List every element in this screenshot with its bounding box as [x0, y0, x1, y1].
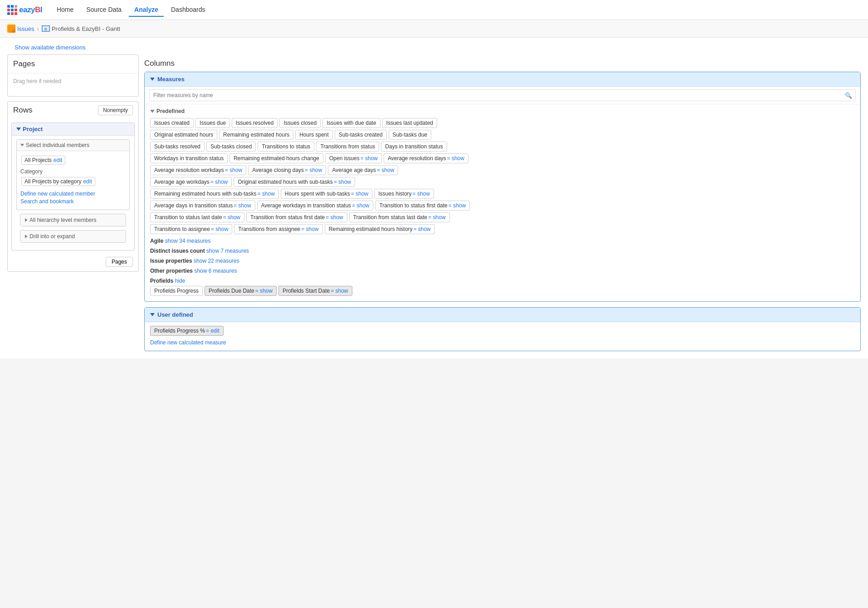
category-label: Category — [20, 168, 126, 175]
tag-remaining-estimated-hours[interactable]: Remaining estimated hours — [219, 130, 293, 140]
all-projects-edit[interactable]: edit — [54, 157, 62, 163]
breadcrumb-issues[interactable]: Issues — [7, 25, 34, 33]
predefined-row-2: Original estimated hours Remaining estim… — [150, 130, 855, 140]
distinct-show-link[interactable]: show 7 measures — [206, 248, 249, 254]
drill-label: Drill into or expand — [29, 233, 75, 240]
search-bookmark-link[interactable]: Search and bookmark — [20, 198, 126, 205]
pages-title: Pages — [8, 55, 138, 74]
filter-input[interactable] — [149, 89, 856, 101]
tag-profields-start-date[interactable]: Profields Start Date = show — [278, 286, 352, 296]
tag-subtasks-resolved[interactable]: Sub-tasks resolved — [150, 142, 205, 152]
tag-average-workdays-transition-status[interactable]: Average workdays in transition status = … — [257, 201, 374, 211]
tag-transitions-to-status[interactable]: Transitions to status — [258, 142, 314, 152]
predefined-header[interactable]: Predefined — [150, 108, 855, 114]
tag-issues-due[interactable]: Issues due — [195, 118, 230, 128]
predefined-collapse-icon — [150, 110, 155, 113]
predefined-row-3: Sub-tasks resolved Sub-tasks closed Tran… — [150, 142, 855, 152]
tag-open-issues[interactable]: Open issues = show — [325, 153, 382, 163]
hierarchy-header[interactable]: All hierarchy level members — [20, 214, 126, 226]
predefined-row-5: Average resolution workdays = show Avera… — [150, 165, 855, 175]
tag-transition-from-status-first-date[interactable]: Transition from status first date = show — [246, 212, 347, 222]
project-header[interactable]: Project — [12, 123, 134, 136]
group-other-properties: Other properties show 6 measures — [150, 268, 855, 274]
individual-members-collapse-icon — [20, 144, 24, 147]
rows-section: Rows Nonempty Project Select individual … — [7, 101, 139, 272]
nav-analyze[interactable]: Analyze — [129, 3, 164, 17]
define-new-link[interactable]: Define new calculated member — [20, 191, 126, 197]
tag-profields-progress[interactable]: Profields Progress — [150, 286, 203, 296]
tag-average-resolution-workdays[interactable]: Average resolution workdays = show — [150, 165, 246, 175]
search-icon: 🔍 — [845, 92, 852, 99]
all-projects-by-category-edit[interactable]: edit — [83, 178, 92, 185]
tag-issues-history[interactable]: Issues history = show — [374, 189, 434, 199]
tag-issues-last-updated[interactable]: Issues last updated — [382, 118, 437, 128]
tag-issues-with-due-date[interactable]: Issues with due date — [322, 118, 380, 128]
tag-subtasks-closed[interactable]: Sub-tasks closed — [206, 142, 256, 152]
user-defined-body: Profields Progress % = edit Define new c… — [145, 322, 860, 351]
tag-hours-spent[interactable]: Hours spent — [295, 130, 333, 140]
breadcrumb-separator: › — [37, 25, 39, 32]
issue-properties-show-link[interactable]: show 22 measures — [194, 258, 239, 264]
user-defined-collapse-icon — [150, 313, 155, 316]
tag-average-age-workdays[interactable]: Average age workdays = show — [150, 177, 232, 187]
other-properties-show-link[interactable]: show 6 measures — [194, 268, 237, 274]
tag-remaining-estimated-hours-change[interactable]: Remaining estimated hours change — [229, 153, 323, 163]
tag-average-closing-days[interactable]: Average closing days = show — [248, 165, 326, 175]
nav-home[interactable]: Home — [51, 3, 79, 17]
rows-header: Rows Nonempty — [8, 102, 138, 119]
project-collapse-icon — [16, 127, 21, 131]
user-defined-tags-row: Profields Progress % = edit — [150, 326, 855, 336]
pages-drag-hint: Drag here if needed — [8, 74, 138, 96]
nav-source-data[interactable]: Source Data — [81, 3, 127, 17]
tag-profields-progress-pct[interactable]: Profields Progress % = edit — [150, 326, 224, 336]
tag-remaining-estimated-hours-history[interactable]: Remaining estimated hours history = show — [325, 224, 435, 234]
tag-average-resolution-days[interactable]: Average resolution days = show — [384, 153, 468, 163]
tag-subtasks-due[interactable]: Sub-tasks due — [389, 130, 432, 140]
hierarchy-collapse-icon — [25, 218, 28, 222]
drill-collapse-icon — [25, 235, 28, 238]
tag-days-in-transition-status[interactable]: Days in transition status — [381, 142, 447, 152]
tag-issues-closed[interactable]: Issues closed — [279, 118, 321, 128]
nonempty-button[interactable]: Nonempty — [98, 105, 133, 115]
hierarchy-section: All hierarchy level members — [20, 214, 126, 226]
tag-average-age-days[interactable]: Average age days = show — [328, 165, 398, 175]
predefined-row-7: Remaining estimated hours with sub-tasks… — [150, 189, 855, 199]
agile-show-link[interactable]: show 34 measures — [165, 238, 211, 244]
show-dimensions-link[interactable]: Show available dimensions — [7, 40, 861, 54]
logo[interactable]: eazyBI — [7, 5, 42, 15]
tag-average-days-transition-status[interactable]: Average days in transition status = show — [150, 201, 255, 211]
drill-section: Drill into or expand — [20, 230, 126, 243]
tag-transitions-from-assignee[interactable]: Transitions from assignee = show — [234, 224, 322, 234]
measures-header[interactable]: Measures — [145, 72, 860, 87]
tag-profields-due-date[interactable]: Profields Due Date = show — [205, 286, 277, 296]
hierarchy-label: All hierarchy level members — [29, 217, 96, 223]
main-layout: Pages Drag here if needed Rows Nonempty … — [0, 54, 868, 358]
cube-icon — [7, 25, 15, 33]
tag-transitions-from-status[interactable]: Transitions from status — [316, 142, 379, 152]
tag-remaining-estimated-hours-sub-tasks[interactable]: Remaining estimated hours with sub-tasks… — [150, 189, 279, 199]
tag-original-estimated-hours[interactable]: Original estimated hours — [150, 130, 217, 140]
tag-issues-created[interactable]: Issues created — [150, 118, 194, 128]
profields-hide-link[interactable]: hide — [175, 278, 185, 284]
drill-header[interactable]: Drill into or expand — [20, 230, 126, 242]
tag-transition-from-status-last-date[interactable]: Transition from status last date = show — [349, 212, 450, 222]
tag-transition-to-status-first-date[interactable]: Transition to status first date = show — [375, 201, 470, 211]
tag-transition-to-status-last-date[interactable]: Transition to status last date = show — [150, 212, 244, 222]
tag-subtasks-created[interactable]: Sub-tasks created — [335, 130, 387, 140]
pages-button[interactable]: Pages — [106, 257, 133, 267]
pages-section: Pages Drag here if needed — [7, 54, 139, 97]
nav-dashboards[interactable]: Dashboards — [166, 3, 211, 17]
all-projects-label: All Projects — [24, 157, 52, 163]
user-defined-header[interactable]: User defined — [145, 308, 860, 322]
all-projects-tag: All Projects edit — [21, 156, 65, 165]
user-defined-box: User defined Profields Progress % = edit… — [144, 307, 861, 351]
breadcrumb-current: ▦ Profields & EazyBI - Gantt — [42, 25, 120, 32]
tag-original-estimated-hours-sub-tasks[interactable]: Original estimated hours with sub-tasks … — [234, 177, 355, 187]
tag-transitions-to-assignee[interactable]: Transitions to assignee = show — [150, 224, 232, 234]
tag-issues-resolved[interactable]: Issues resolved — [232, 118, 278, 128]
define-new-measure-link[interactable]: Define new calculated measure — [150, 339, 855, 346]
group-distinct: Distinct issues count show 7 measures — [150, 248, 855, 254]
individual-members-header[interactable]: Select individual members — [17, 140, 129, 151]
tag-workdays-in-transition-status[interactable]: Workdays in transition status — [150, 153, 228, 163]
tag-hours-spent-sub-tasks[interactable]: Hours spent with sub-tasks = show — [281, 189, 372, 199]
